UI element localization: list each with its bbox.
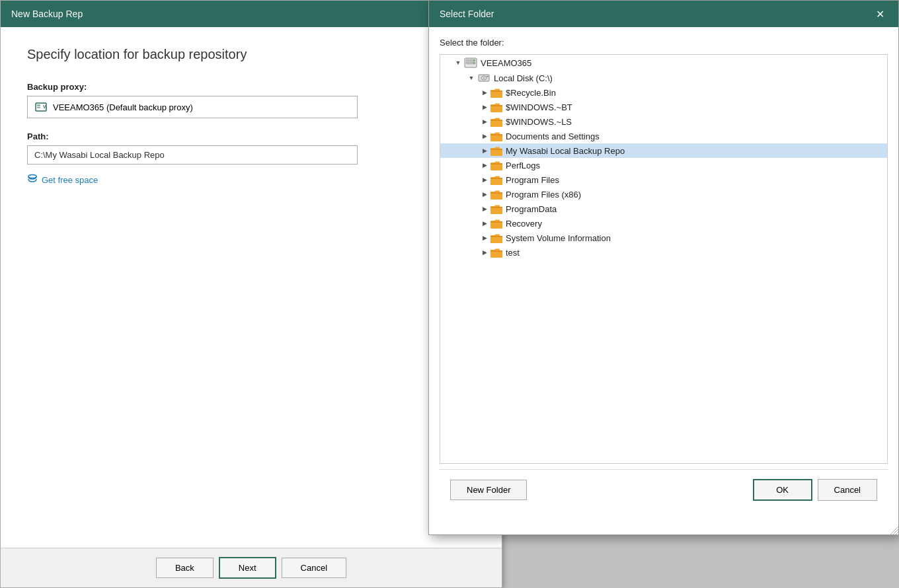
select-folder-label: Select the folder: — [440, 38, 888, 48]
folder-dialog-titlebar: Select Folder ✕ — [429, 1, 898, 27]
tree-item-windows-ls[interactable]: ▶ $WINDOWS.~LS — [440, 114, 887, 129]
tree-item-recycle-bin[interactable]: ▶ $Recycle.Bin — [440, 85, 887, 100]
svg-point-12 — [483, 77, 485, 79]
bg-dialog-heading: Specify location for backup repository — [27, 47, 475, 62]
proxy-value: VEEAMO365 (Default backup proxy) — [53, 102, 193, 112]
expand-arrow-veeamo365[interactable]: ▼ — [453, 58, 463, 67]
svg-line-39 — [893, 529, 898, 534]
path-field[interactable]: C:\My Wasabi Local Backup Repo — [27, 145, 358, 165]
resize-handle[interactable] — [888, 524, 898, 534]
new-backup-repo-dialog: New Backup Rep Specify location for back… — [0, 0, 502, 588]
folder-icon-docs-settings — [490, 131, 502, 141]
tree-label-veeamo365: VEEAMO365 — [481, 58, 531, 68]
folder-cancel-button[interactable]: Cancel — [818, 479, 877, 501]
folder-icon-system-volume — [490, 233, 502, 243]
svg-rect-37 — [490, 250, 502, 252]
ok-button[interactable]: OK — [753, 479, 812, 501]
tree-item-program-files[interactable]: ▶ Program Files — [440, 172, 887, 187]
tree-item-windows-bt[interactable]: ▶ $WINDOWS.~BT — [440, 100, 887, 114]
path-value: C:\My Wasabi Local Backup Repo — [34, 150, 165, 160]
svg-rect-29 — [490, 192, 502, 194]
folder-dialog-footer: New Folder OK Cancel — [440, 469, 888, 510]
svg-line-40 — [896, 532, 898, 534]
folder-icon-program-files — [490, 174, 502, 185]
folder-icon-program-files-x86 — [490, 189, 502, 200]
tree-item-system-volume[interactable]: ▶ System Volume Information — [440, 231, 887, 245]
svg-point-4 — [28, 175, 36, 178]
tree-item-program-files-x86[interactable]: ▶ Program Files (x86) — [440, 187, 887, 202]
svg-rect-23 — [490, 149, 502, 150]
close-button[interactable]: ✕ — [872, 6, 888, 22]
backup-proxy-label: Backup proxy: — [27, 82, 475, 92]
folder-tree[interactable]: ▼ VEEAMO365 ▼ — [440, 54, 888, 464]
new-folder-button[interactable]: New Folder — [450, 480, 527, 500]
expand-arrow-program-data[interactable]: ▶ — [480, 204, 489, 213]
folder-dialog-title: Select Folder — [440, 9, 494, 19]
folder-icon-perflogs — [490, 160, 502, 170]
svg-rect-25 — [490, 163, 502, 165]
tree-label-recovery: Recovery — [506, 219, 542, 229]
expand-arrow-recycle-bin[interactable]: ▶ — [480, 88, 489, 97]
bg-dialog-body: Specify location for backup repository B… — [1, 27, 502, 206]
backup-proxy-field: V VEEAMO365 (Default backup proxy) — [27, 96, 358, 118]
proxy-icon: V — [34, 100, 48, 114]
disk-icon — [477, 73, 490, 83]
cancel-button[interactable]: Cancel — [282, 558, 346, 578]
svg-rect-35 — [490, 236, 502, 237]
bg-dialog-titlebar: New Backup Rep — [1, 1, 502, 27]
tree-item-veeamo365[interactable]: ▼ VEEAMO365 — [440, 55, 887, 71]
svg-rect-2 — [37, 107, 40, 108]
tree-label-program-files-x86: Program Files (x86) — [506, 190, 581, 200]
expand-arrow-program-files-x86[interactable]: ▶ — [480, 190, 489, 199]
svg-rect-19 — [490, 120, 502, 121]
expand-arrow-local-disk[interactable]: ▼ — [467, 73, 476, 83]
expand-arrow-perflogs[interactable]: ▶ — [480, 161, 489, 170]
tree-item-program-data[interactable]: ▶ ProgramData — [440, 202, 887, 216]
next-button[interactable]: Next — [219, 557, 276, 579]
svg-rect-31 — [490, 207, 502, 208]
expand-arrow-program-files[interactable]: ▶ — [480, 175, 489, 184]
tree-label-recycle-bin: $Recycle.Bin — [506, 88, 556, 98]
expand-arrow-system-volume[interactable]: ▶ — [480, 233, 489, 242]
tree-label-perflogs: PerfLogs — [506, 161, 540, 170]
folder-dialog-body: Select the folder: ▼ VEEAMO365 — [429, 27, 898, 510]
tree-label-program-files: Program Files — [506, 175, 559, 185]
tree-label-wasabi-repo: My Wasabi Local Backup Repo — [506, 146, 625, 156]
tree-label-windows-ls: $WINDOWS.~LS — [506, 117, 572, 127]
tree-item-recovery[interactable]: ▶ Recovery — [440, 216, 887, 231]
svg-rect-15 — [490, 91, 502, 92]
tree-label-program-data: ProgramData — [506, 204, 557, 214]
tree-item-perflogs[interactable]: ▶ PerfLogs — [440, 158, 887, 172]
tree-item-local-disk[interactable]: ▼ Local Disk (C:\) — [440, 71, 887, 85]
get-free-space-link[interactable]: Get free space — [27, 174, 475, 186]
ok-cancel-group: OK Cancel — [753, 479, 877, 501]
expand-arrow-windows-bt[interactable]: ▶ — [480, 102, 489, 112]
svg-point-9 — [473, 63, 475, 64]
bg-dialog-title: New Backup Rep — [11, 9, 83, 19]
svg-rect-1 — [37, 104, 40, 106]
select-folder-dialog: Select Folder ✕ Select the folder: ▼ VEE… — [428, 0, 899, 535]
folder-icon-recycle-bin — [490, 87, 502, 98]
back-button[interactable]: Back — [156, 558, 214, 578]
expand-arrow-recovery[interactable]: ▶ — [480, 219, 489, 228]
svg-rect-17 — [490, 105, 502, 106]
tree-item-wasabi-repo[interactable]: ▶ My Wasabi Local Backup Repo — [440, 143, 887, 158]
tree-item-test[interactable]: ▶ test — [440, 245, 887, 260]
expand-arrow-wasabi-repo[interactable]: ▶ — [480, 146, 489, 155]
tree-label-system-volume: System Volume Information — [506, 233, 611, 243]
tree-item-docs-settings[interactable]: ▶ Documents and Settings — [440, 129, 887, 143]
bg-dialog-footer: Back Next Cancel — [1, 548, 502, 587]
get-free-space-text: Get free space — [42, 175, 98, 185]
db-icon — [27, 174, 38, 186]
tree-label-docs-settings: Documents and Settings — [506, 131, 600, 141]
expand-arrow-docs-settings[interactable]: ▶ — [480, 131, 489, 141]
server-icon — [464, 57, 477, 69]
svg-rect-13 — [487, 76, 489, 77]
expand-arrow-windows-ls[interactable]: ▶ — [480, 117, 489, 126]
svg-rect-21 — [490, 134, 502, 135]
folder-icon-windows-ls — [490, 116, 502, 127]
expand-arrow-test[interactable]: ▶ — [480, 248, 489, 257]
tree-label-local-disk: Local Disk (C:\) — [494, 73, 553, 83]
folder-icon-windows-bt — [490, 102, 502, 112]
tree-label-windows-bt: $WINDOWS.~BT — [506, 102, 572, 112]
